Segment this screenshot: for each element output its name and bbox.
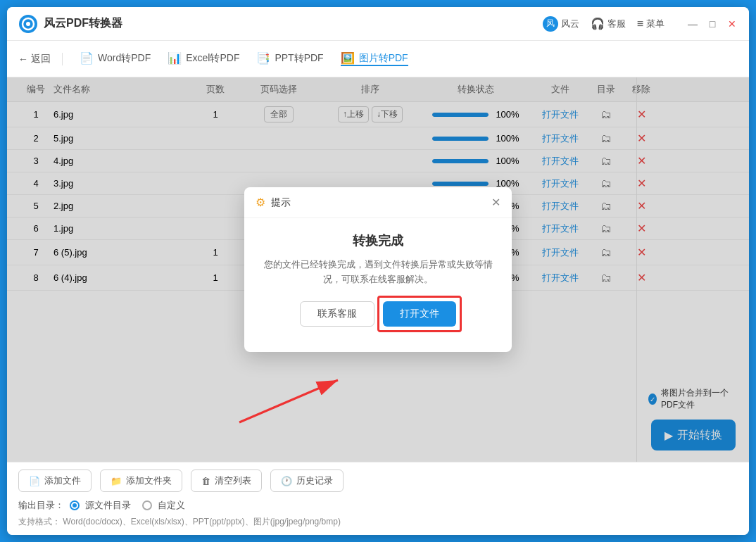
main-content: 编号 文件名称 页数 页码选择 排序 转换状态 文件 目录 移除 1 6.jpg… (7, 77, 749, 462)
title-bar-left: 风云PDF转换器 (18, 14, 543, 34)
dialog-overlay: ⚙ 提示 ✕ 转换完成 您的文件已经转换完成，遇到文件转换后异常或失败等情况，可… (7, 77, 749, 462)
tab-word[interactable]: 📄 Word转PDF (80, 51, 151, 66)
add-folder-button[interactable]: 📁 添加文件夹 (100, 469, 182, 492)
support-row: 支持格式： Word(doc/docx)、Excel(xls/xlsx)、PPT… (18, 516, 738, 528)
service-btn[interactable]: 🎧 客服 (591, 17, 626, 30)
support-label: 支持格式： (18, 517, 61, 527)
svg-line-4 (239, 380, 338, 422)
red-arrow-annotation (232, 366, 373, 436)
tab-excel[interactable]: 📊 Excel转PDF (168, 51, 239, 66)
brand-btn[interactable]: 风 风云 (543, 16, 579, 32)
output-label: 输出目录： (18, 499, 64, 512)
output-row: 输出目录： 源文件目录 自定义 (18, 499, 738, 512)
dialog-close-button[interactable]: ✕ (491, 196, 500, 209)
restore-button[interactable]: □ (707, 18, 718, 30)
contact-service-button[interactable]: 联系客服 (300, 301, 374, 327)
minimize-button[interactable]: — (687, 18, 698, 30)
clear-list-button[interactable]: 🗑 清空列表 (191, 469, 262, 492)
word-icon: 📄 (80, 51, 94, 65)
back-arrow-icon: ← (18, 53, 28, 65)
open-file-button[interactable]: 打开文件 (383, 301, 456, 327)
back-button[interactable]: ← 返回 (18, 53, 63, 65)
custom-dir-radio[interactable] (142, 500, 152, 510)
menu-icon: ≡ (637, 18, 643, 30)
add-folder-icon: 📁 (111, 476, 122, 486)
dialog-main-title: 转换完成 (261, 232, 495, 249)
dialog-message: 您的文件已经转换完成，遇到文件转换后异常或失败等情况，可联系在线客服解决。 (261, 258, 495, 287)
bottom-toolbar: 📄 添加文件 📁 添加文件夹 🗑 清空列表 🕐 历史记录 输出目录： 源文件目录… (7, 462, 749, 535)
excel-icon: 📊 (168, 51, 182, 65)
dialog-buttons: 联系客服 打开文件 (261, 301, 495, 338)
close-button[interactable]: ✕ (726, 18, 738, 30)
dialog-settings-icon: ⚙ (256, 196, 265, 209)
source-dir-radio[interactable] (70, 500, 80, 510)
custom-dir-label: 自定义 (158, 499, 185, 512)
add-file-button[interactable]: 📄 添加文件 (18, 469, 92, 492)
source-dir-label: 源文件目录 (85, 499, 131, 512)
app-icon (18, 14, 38, 34)
headset-icon: 🎧 (591, 17, 605, 30)
nav-toolbar: ← 返回 📄 Word转PDF 📊 Excel转PDF 📑 PPT转PDF 🖼️… (7, 41, 749, 77)
menu-btn[interactable]: ≡ 菜单 (637, 18, 664, 30)
image-icon: 🖼️ (341, 51, 355, 65)
svg-point-2 (26, 22, 30, 26)
trash-icon: 🗑 (201, 476, 210, 486)
dialog-title: 提示 (271, 196, 486, 209)
clock-icon: 🕐 (281, 476, 292, 486)
dialog-body: 转换完成 您的文件已经转换完成，遇到文件转换后异常或失败等情况，可联系在线客服解… (244, 218, 512, 352)
window-controls: — □ ✕ (687, 18, 738, 30)
app-title: 风云PDF转换器 (44, 16, 122, 31)
title-bar: 风云PDF转换器 风 风云 🎧 客服 ≡ 菜单 — □ ✕ (7, 7, 749, 41)
brand-icon: 风 (543, 16, 558, 32)
add-file-icon: 📄 (29, 476, 40, 486)
tab-image[interactable]: 🖼️ 图片转PDF (341, 51, 408, 66)
ppt-icon: 📑 (256, 51, 270, 65)
history-button[interactable]: 🕐 历史记录 (270, 469, 344, 492)
tab-ppt[interactable]: 📑 PPT转PDF (256, 51, 323, 66)
dialog-title-bar: ⚙ 提示 ✕ (244, 187, 512, 218)
action-buttons: 📄 添加文件 📁 添加文件夹 🗑 清空列表 🕐 历史记录 (18, 469, 738, 492)
dialog: ⚙ 提示 ✕ 转换完成 您的文件已经转换完成，遇到文件转换后异常或失败等情况，可… (244, 187, 512, 352)
title-bar-right: 风 风云 🎧 客服 ≡ 菜单 — □ ✕ (543, 16, 738, 32)
support-formats: Word(doc/docx)、Excel(xls/xlsx)、PPT(ppt/p… (63, 517, 341, 527)
